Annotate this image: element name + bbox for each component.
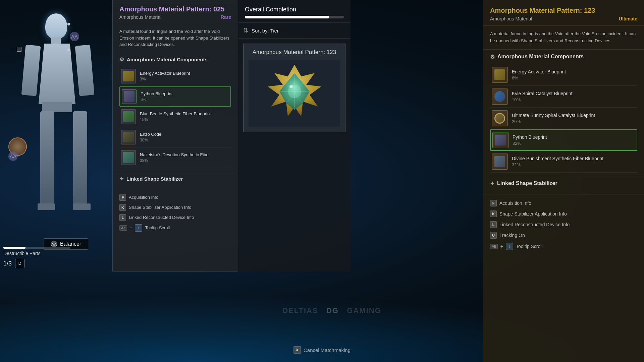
component-info-3: Enzo Code 38% xyxy=(140,132,229,142)
blueprint-icon-1 xyxy=(124,91,135,102)
right-pct-2: 20% xyxy=(512,119,636,124)
left-component-item-0[interactable]: Energy Activator Blueprint 3% xyxy=(119,66,231,86)
left-components-header: Amorphous Material Components xyxy=(119,56,231,63)
right-circuit-icon-0 xyxy=(494,69,505,80)
left-stabilizer-title: Linked Shape Stabilizer xyxy=(126,176,183,182)
component-pct-2: 15% xyxy=(140,117,229,122)
left-component-item-4[interactable]: Nazeistra's Devotion Synthetic Fiber 38% xyxy=(119,147,231,168)
right-ring-icon-2 xyxy=(494,113,505,124)
left-acquisition-btn[interactable]: F Acquisition Info xyxy=(119,192,231,202)
right-pct-3: 32% xyxy=(513,141,635,146)
pattern-card[interactable]: Amorphous Material Pattern: 123 xyxy=(243,44,345,132)
right-panel-subtitle: Amorphous Material Ultimate xyxy=(490,16,637,21)
right-fiber-icon-4 xyxy=(494,156,505,167)
circuit-icon-0 xyxy=(123,71,134,81)
right-acquisition-label: Acquisition Info xyxy=(499,200,531,206)
parts-progress-bar xyxy=(3,247,70,249)
left-tooltip-scroll-btn[interactable]: Alt + ↕ Tooltip Scroll xyxy=(119,223,231,233)
pattern-card-title: Amorphous Material Pattern: 123 xyxy=(249,49,340,56)
right-tooltip-scroll-btn[interactable]: Alt + ↕ Tooltip Scroll xyxy=(490,241,637,252)
right-tracking-btn[interactable]: U Tracking On xyxy=(490,230,637,241)
right-info-2: Ultimate Bunny Spiral Catalyst Blueprint… xyxy=(512,113,636,124)
l-key-badge: L xyxy=(119,214,126,221)
left-panel-subtitle: Amorphous Material Rare xyxy=(119,14,231,20)
right-info-4: Divine Punishment Synthetic Fiber Bluepr… xyxy=(512,156,636,167)
right-name-0: Energy Activator Blueprint xyxy=(512,69,636,74)
right-info-0: Energy Activator Blueprint 6% xyxy=(512,69,636,80)
component-name-4: Nazeistra's Devotion Synthetic Fiber xyxy=(140,152,229,157)
component-pct-3: 38% xyxy=(140,138,229,142)
tooltip-scroll-label-right: Tooltip Scroll xyxy=(516,244,542,249)
right-name-2: Ultimate Bunny Spiral Catalyst Blueprint xyxy=(512,113,636,118)
left-component-item-2[interactable]: Blue Beetle Synthetic Fiber Blueprint 15… xyxy=(119,107,231,127)
right-component-item-3[interactable]: Python Blueprint 32% xyxy=(490,129,637,151)
tooltip-scroll-icon-right: ↕ xyxy=(506,243,513,250)
plus-left: + xyxy=(130,225,132,230)
balancer-icon: ⋀⋀ xyxy=(51,241,57,247)
stabilizer-icon-right: ✦ xyxy=(490,180,494,187)
left-stabilizer-header: ✦ Linked Shape Stabilizer xyxy=(119,176,231,182)
circuit-icon-3 xyxy=(123,132,134,142)
pattern-crystal-svg xyxy=(264,63,325,123)
right-component-item-2[interactable]: Ultimate Bunny Spiral Catalyst Blueprint… xyxy=(490,108,637,129)
fiber-icon-4 xyxy=(123,152,134,163)
component-info-1: Python Blueprint 6% xyxy=(141,91,229,102)
alt-badge-left: Alt xyxy=(119,225,127,231)
left-stabilizer-btn[interactable]: K Shape Stabilizer Application Info xyxy=(119,202,231,213)
parts-label: Destructible Parts xyxy=(3,251,70,256)
left-reconstructed-btn[interactable]: L Linked Reconstructed Device Info xyxy=(119,213,231,223)
plus-right: + xyxy=(500,244,503,249)
parts-d-btn[interactable]: D xyxy=(15,259,24,268)
component-pct-1: 6% xyxy=(141,97,229,102)
right-info-1: Kyle Spiral Catalyst Blueprint 10% xyxy=(512,91,636,102)
left-panel-description: A material found in Ingris and the Void … xyxy=(113,24,238,52)
right-reconstructed-btn[interactable]: L Linked Reconstructed Device Info xyxy=(490,219,637,230)
right-panel-description: A material found in Ingris and the Void … xyxy=(483,26,644,50)
completion-label: Overall Completion xyxy=(245,6,344,13)
right-k-key: K xyxy=(490,210,497,217)
component-info-0: Energy Activator Blueprint 3% xyxy=(140,71,229,81)
right-panel-title: Amorphous Material Pattern: 123 xyxy=(490,7,637,14)
sort-icon xyxy=(243,27,248,34)
gear-icon-left xyxy=(119,56,124,63)
right-pct-4: 32% xyxy=(512,162,636,167)
component-name-2: Blue Beetle Synthetic Fiber Blueprint xyxy=(140,111,229,116)
right-component-item-0[interactable]: Energy Activator Blueprint 6% xyxy=(490,64,637,86)
right-l-key: L xyxy=(490,221,497,228)
sort-bar[interactable]: Sort by: Tier xyxy=(238,23,351,39)
cancel-matchmaking[interactable]: X Cancel Matchmaking xyxy=(293,346,351,354)
completion-fill xyxy=(245,16,329,18)
component-name-0: Energy Activator Blueprint xyxy=(140,71,229,76)
right-reconstructed-label: Linked Reconstructed Device Info xyxy=(499,222,570,227)
sort-label: Sort by: Tier xyxy=(252,28,279,34)
acquisition-label: Acquisition Info xyxy=(129,195,158,200)
left-panel-rarity: Rare xyxy=(221,14,231,20)
right-panel-header: Amorphous Material Pattern: 123 Amorphou… xyxy=(483,0,644,26)
stabilizer-gear-icon: ✦ xyxy=(119,176,124,182)
stabilizer-app-label: Shape Stabilizer Application Info xyxy=(129,205,191,210)
left-component-item-1[interactable]: Python Blueprint 6% xyxy=(119,86,231,107)
middle-panel: Overall Completion Sort by: Tier Amorpho… xyxy=(238,0,351,272)
right-component-item-4[interactable]: Divine Punishment Synthetic Fiber Bluepr… xyxy=(490,151,637,173)
k-key-badge: K xyxy=(119,204,126,211)
right-stabilizer-app-btn[interactable]: K Shape Stabilizer Application Info xyxy=(490,208,637,219)
component-pct-4: 38% xyxy=(140,158,229,163)
right-name-4: Divine Punishment Synthetic Fiber Bluepr… xyxy=(512,156,636,161)
right-acquisition-btn[interactable]: F Acquisition Info xyxy=(490,198,637,208)
component-name-3: Enzo Code xyxy=(140,132,229,137)
component-thumb-0 xyxy=(121,69,136,83)
character-area: ⋀⋀ ⋀⋀ ⋀⋀ Balancer Destructible Parts 1/3… xyxy=(0,0,114,302)
left-component-item-3[interactable]: Enzo Code 38% xyxy=(119,127,231,147)
alt-badge-right: Alt xyxy=(490,244,498,249)
right-stabilizer-section: ✦ Linked Shape Stabilizer xyxy=(483,177,644,194)
right-panel: Amorphous Material Pattern: 123 Amorphou… xyxy=(483,0,644,362)
right-components-title: Amorphous Material Components xyxy=(497,54,584,60)
left-panel-type: Amorphous Material xyxy=(119,14,161,20)
left-components-title: Amorphous Material Components xyxy=(127,57,208,62)
balancer-text: Balancer xyxy=(60,241,81,247)
right-thumb-3 xyxy=(492,132,508,148)
left-panel-title: Amorphous Material Pattern: 025 xyxy=(119,5,231,13)
right-panel-type: Amorphous Material xyxy=(490,16,532,21)
right-component-item-1[interactable]: Kyle Spiral Catalyst Blueprint 10% xyxy=(490,86,637,108)
left-stabilizer-section: ✦ Linked Shape Stabilizer xyxy=(113,172,238,189)
